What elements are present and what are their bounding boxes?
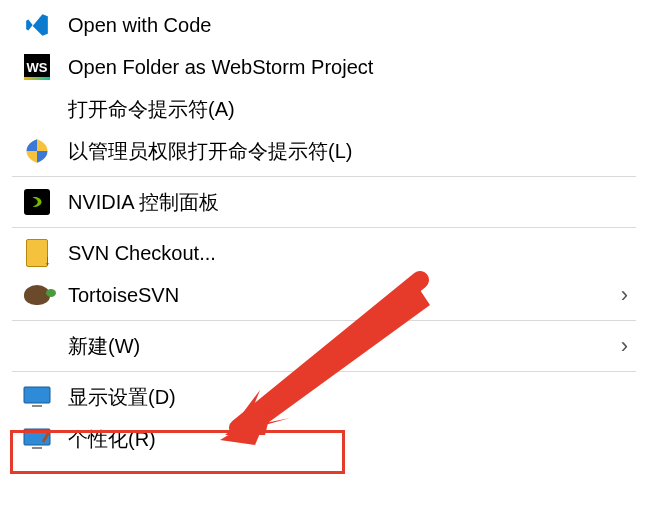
menu-item-open-cmd-admin[interactable]: 以管理员权限打开命令提示符(L) xyxy=(0,130,648,172)
nvidia-icon xyxy=(20,185,54,219)
blank-icon xyxy=(20,92,54,126)
menu-item-label: Open Folder as WebStorm Project xyxy=(68,56,634,79)
menu-item-label: NVIDIA 控制面板 xyxy=(68,189,634,216)
menu-item-label: Open with Code xyxy=(68,14,634,37)
context-menu: Open with Code WS Open Folder as WebStor… xyxy=(0,0,648,464)
menu-separator xyxy=(12,371,636,372)
monitor-icon xyxy=(20,380,54,414)
menu-item-tortoisesvn[interactable]: TortoiseSVN › xyxy=(0,274,648,316)
chevron-right-icon: › xyxy=(621,282,628,308)
menu-item-svn-checkout[interactable]: SVN Checkout... xyxy=(0,232,648,274)
menu-item-label: 打开命令提示符(A) xyxy=(68,96,634,123)
webstorm-icon: WS xyxy=(20,50,54,84)
menu-item-open-cmd[interactable]: 打开命令提示符(A) xyxy=(0,88,648,130)
shield-icon xyxy=(20,134,54,168)
menu-item-label: TortoiseSVN xyxy=(68,284,621,307)
menu-item-display-settings[interactable]: 显示设置(D) xyxy=(0,376,648,418)
vscode-icon xyxy=(20,8,54,42)
tortoisesvn-icon xyxy=(20,278,54,312)
menu-item-open-folder-webstorm[interactable]: WS Open Folder as WebStorm Project xyxy=(0,46,648,88)
chevron-right-icon: › xyxy=(621,333,628,359)
menu-item-label: 显示设置(D) xyxy=(68,384,634,411)
menu-item-new[interactable]: 新建(W) › xyxy=(0,325,648,367)
menu-item-open-with-code[interactable]: Open with Code xyxy=(0,4,648,46)
menu-separator xyxy=(12,176,636,177)
menu-separator xyxy=(12,227,636,228)
blank-icon xyxy=(20,329,54,363)
menu-item-label: 新建(W) xyxy=(68,333,621,360)
svn-checkout-icon xyxy=(20,236,54,270)
annotation-highlight xyxy=(10,430,345,474)
svg-rect-1 xyxy=(32,405,42,407)
svg-rect-0 xyxy=(24,387,50,403)
menu-item-label: SVN Checkout... xyxy=(68,242,634,265)
menu-item-label: 以管理员权限打开命令提示符(L) xyxy=(68,138,634,165)
menu-separator xyxy=(12,320,636,321)
menu-item-nvidia-control-panel[interactable]: NVIDIA 控制面板 xyxy=(0,181,648,223)
